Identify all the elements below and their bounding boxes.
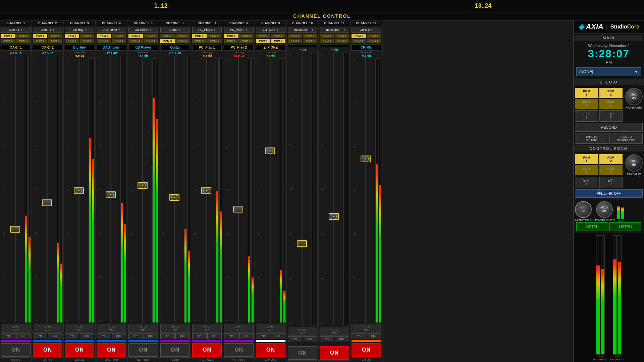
channel-11-fader[interactable] (329, 213, 339, 220)
channel-8-fader[interactable] (233, 206, 243, 213)
channel-7-pgm4[interactable]: PGM 4 (207, 39, 222, 43)
channel-6-tb[interactable]: TB (160, 333, 175, 339)
channel-4-source[interactable]: DAB Tuner ▼ (97, 27, 126, 33)
channel-7-on-button[interactable]: ON (192, 343, 222, 357)
cr-pgm3[interactable]: PGM3 (575, 165, 598, 175)
channel-2-source[interactable]: CART 2 ▼ (33, 27, 62, 33)
channel-6-pgm2[interactable]: PGM 2 (175, 34, 190, 38)
channel-9-pgm4[interactable]: PGM 4 (271, 39, 285, 43)
channel-8-on-button[interactable]: ON (224, 343, 254, 357)
channel-7-auto-mix[interactable]: AUTO MIX (192, 324, 222, 333)
channel-5-pfl[interactable]: PFL (144, 333, 158, 339)
studio-monitors-knob[interactable]: -30.0dB (625, 88, 643, 105)
channel-1-pgm3[interactable]: PGM 3 (1, 39, 15, 43)
none-select[interactable]: [NONE] ▼ (576, 67, 641, 76)
channel-12-pfl[interactable]: PFL (367, 333, 381, 339)
channel-3-pgm3[interactable]: PGM 3 (65, 39, 79, 43)
channel-12-on-button[interactable]: ON (352, 343, 381, 357)
channel-12-pgm2[interactable]: PGM 2 (367, 34, 381, 38)
channel-10-pfl[interactable]: PFL (303, 336, 317, 342)
channel-10-pgm4[interactable]: PGM 4 (303, 39, 317, 43)
channel-6-source[interactable]: Guitar ▼ (160, 27, 190, 33)
channel-10-on-button[interactable]: ON (288, 346, 317, 360)
channel-6-fader[interactable] (169, 194, 179, 201)
cr-preview-knob[interactable]: -30.0dB (625, 154, 643, 172)
channel-11-pfl[interactable]: PFL (335, 336, 349, 342)
channel-2-pgm1[interactable]: PGM 1 (33, 34, 47, 38)
channel-9-on-button[interactable]: ON (256, 343, 285, 357)
channel-3-pgm2[interactable]: PGM 2 (80, 34, 94, 38)
channel-9-pgm1[interactable]: PGM 1 (256, 34, 270, 38)
transport-left[interactable]: 1..12 (0, 0, 322, 12)
channel-12-source[interactable]: CR Mic ▼ (352, 27, 381, 33)
channel-11-source[interactable]: -- no source -- ▼ (320, 27, 349, 33)
channel-5-fader[interactable] (138, 182, 148, 189)
channel-5-pgm1[interactable]: PGM 1 (128, 34, 143, 38)
channel-6-on-button[interactable]: ON (160, 343, 190, 357)
channel-9-pgm2[interactable]: PGM 2 (271, 34, 285, 38)
channel-7-tb[interactable]: TB (192, 333, 207, 339)
channel-7-source[interactable]: PC_Play 1 ▼ (192, 27, 222, 33)
channel-4-pgm4[interactable]: PGM 4 (112, 39, 126, 43)
channel-2-fader[interactable] (42, 199, 52, 206)
channel-4-pgm2[interactable]: PGM 2 (112, 34, 126, 38)
channel-10-fader[interactable] (297, 240, 307, 247)
channel-5-pgm3[interactable]: PGM 3 (128, 39, 143, 43)
headphones-knob[interactable]: -30.0dB (596, 201, 613, 218)
channel-5-tb[interactable]: TB (128, 333, 143, 339)
channel-3-pgm4[interactable]: PGM 4 (80, 39, 94, 43)
channel-11-pgm1[interactable]: PGM 1 (320, 34, 334, 38)
channel-4-pgm3[interactable]: PGM 3 (97, 39, 111, 43)
channel-2-on-button[interactable]: ON (33, 343, 62, 357)
channel-1-source[interactable]: CART 1 ▼ (1, 27, 31, 33)
channel-5-auto-mix[interactable]: AUTO MIX (128, 324, 158, 333)
channel-3-auto-mix[interactable]: AUTO MIX (65, 324, 94, 333)
channel-2-tb[interactable]: TB (33, 333, 47, 339)
channel-11-auto-mix[interactable]: AUTO MIX (320, 327, 349, 336)
channel-11-tb[interactable]: TB (320, 336, 334, 342)
channel-1-auto-mix[interactable]: AUTO MIX (1, 324, 31, 333)
channel-8-pgm2[interactable]: PGM 2 (239, 34, 254, 38)
channel-4-fader[interactable] (106, 191, 116, 198)
channel-7-pfl[interactable]: PFL (207, 333, 222, 339)
channel-9-source[interactable]: Z/IP ONE ▼ (256, 27, 285, 33)
studio-pgm3[interactable]: PGM3 (575, 99, 598, 109)
channel-1-pfl[interactable]: PFL (16, 333, 31, 339)
headphones-monitors-knob[interactable]: -16.4dB (575, 201, 592, 218)
channel-8-pfl[interactable]: PFL (239, 333, 254, 339)
channel-8-auto-mix[interactable]: AUTO MIX (224, 324, 254, 333)
channel-8-source[interactable]: PC_Play 2 ▼ (224, 27, 254, 33)
channel-10-tb[interactable]: TB (288, 336, 302, 342)
channel-7-pgm3[interactable]: PGM 3 (192, 39, 207, 43)
channel-10-pgm2[interactable]: PGM 2 (303, 34, 317, 38)
channel-10-pgm3[interactable]: PGM 3 (288, 39, 302, 43)
channel-5-on-button[interactable]: ON (128, 343, 158, 357)
channel-6-auto-mix[interactable]: AUTO MIX (160, 324, 190, 333)
channel-10-auto-mix[interactable]: AUTO MIX (288, 327, 317, 336)
pfl-hp-btn[interactable]: PFL to HP: OFF (575, 189, 643, 198)
channel-10-source[interactable]: -- no source -- ▼ (288, 27, 317, 33)
channel-3-pfl[interactable]: PFL (80, 333, 94, 339)
cr-pgm4[interactable]: PGM4 (599, 165, 623, 175)
channel-2-pfl[interactable]: PFL (48, 333, 62, 339)
channel-1-fader[interactable] (10, 226, 20, 233)
channel-7-pgm1[interactable]: PGM 1 (192, 34, 207, 38)
channel-1-tb[interactable]: TB (1, 333, 15, 339)
studio-pgm1[interactable]: PGM1 (575, 88, 598, 98)
studio-ext1[interactable]: EXT1 (575, 110, 598, 122)
channel-3-fader[interactable] (74, 187, 84, 194)
channel-9-pgm3[interactable]: PGM 3 (256, 39, 270, 43)
channel-8-tb[interactable]: TB (224, 333, 238, 339)
channel-2-pgm2[interactable]: PGM 2 (48, 34, 62, 38)
cr-ext2[interactable]: EXT2 (599, 177, 623, 188)
channel-12-fader[interactable] (361, 156, 371, 162)
listen-studio-btn[interactable]: LISTEN (576, 222, 608, 231)
cr-ext1[interactable]: EXT1 (575, 177, 598, 188)
record-button[interactable]: RECORD (575, 123, 643, 132)
channel-12-tb[interactable]: TB (352, 333, 366, 339)
studio-ext2[interactable]: EXT2 (599, 110, 623, 122)
channel-1-pgm2[interactable]: PGM 2 (16, 34, 31, 38)
channel-2-auto-mix[interactable]: AUTO MIX (33, 324, 62, 333)
channel-8-pgm1[interactable]: PGM 1 (224, 34, 238, 38)
channel-9-pfl[interactable]: PFL (271, 333, 285, 339)
